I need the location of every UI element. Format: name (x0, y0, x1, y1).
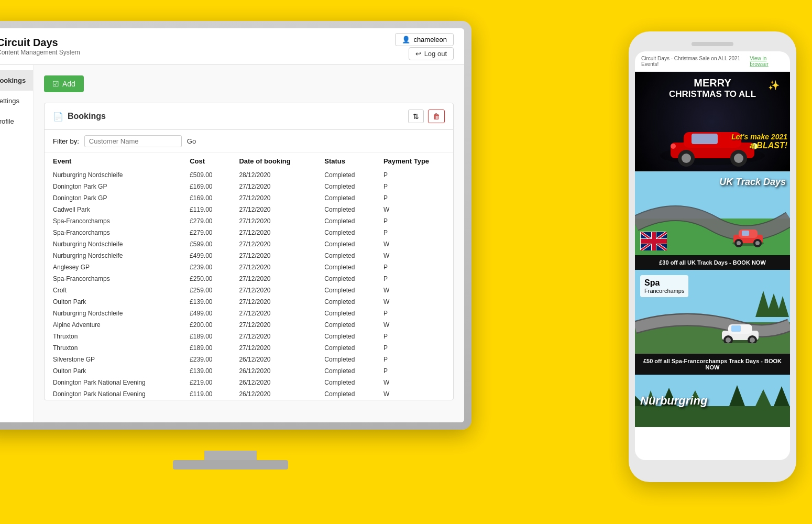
cell-status: Completed (316, 250, 375, 261)
table-row[interactable]: Spa-Francorchamps £250.00 27/12/2020 Com… (45, 273, 453, 285)
table-row[interactable]: Thruxton £189.00 27/12/2020 Completed P (45, 342, 453, 354)
monitor-base (173, 460, 288, 470)
cell-date: 27/12/2020 (231, 227, 316, 238)
cell-payment: W (375, 377, 453, 388)
email-subject: Circuit Days - Christmas Sale on ALL 202… (641, 56, 750, 67)
cell-status: Completed (316, 342, 375, 354)
table-row[interactable]: Spa-Francorchamps £279.00 27/12/2020 Com… (45, 215, 453, 227)
add-button[interactable]: ☑ Add (44, 75, 84, 92)
logout-button[interactable]: ↩ Log out (409, 47, 454, 60)
nurburgring-banner: Nürburgring (635, 375, 790, 427)
filter-go-button[interactable]: Go (187, 137, 196, 145)
svg-point-7 (734, 154, 743, 163)
christmas-text: MERRY CHRISTMAS TO ALL (655, 77, 770, 100)
cell-status: Completed (316, 192, 375, 204)
svg-rect-3 (692, 134, 718, 144)
table-row[interactable]: Donington Park National Evening £119.00 … (45, 388, 453, 400)
cell-payment: W (375, 319, 453, 331)
table-row[interactable]: Oulton Park £139.00 27/12/2020 Completed… (45, 296, 453, 308)
col-payment: Payment Type (375, 153, 453, 169)
user-badge: 👤 chameleon (395, 33, 454, 46)
cell-payment: W (375, 296, 453, 308)
sort-button[interactable]: ⇅ (408, 110, 424, 123)
bookings-table: Event Cost Date of booking Status Paymen… (45, 153, 453, 400)
cell-event: Donington Park National Evening (45, 377, 181, 388)
svg-point-42 (750, 337, 755, 343)
table-row[interactable]: Oulton Park £139.00 26/12/2020 Completed… (45, 365, 453, 377)
cell-payment: W (375, 238, 453, 250)
table-row[interactable]: Anglesey GP £239.00 27/12/2020 Completed… (45, 261, 453, 273)
sidebar-item-settings[interactable]: Settings (0, 91, 33, 111)
cell-status: Completed (316, 377, 375, 388)
cell-status: Completed (316, 181, 375, 192)
cell-event: Alpine Adventure (45, 319, 181, 331)
cell-date: 27/12/2020 (231, 273, 316, 285)
cell-cost: £139.00 (181, 365, 231, 377)
cell-date: 26/12/2020 (231, 377, 316, 388)
username: chameleon (413, 36, 447, 43)
cell-status: Completed (316, 308, 375, 319)
cell-event: Donington Park GP (45, 192, 181, 204)
cell-event: Nurburgring Nordschleife (45, 250, 181, 261)
table-row[interactable]: Donington Park GP £169.00 27/12/2020 Com… (45, 181, 453, 192)
table-row[interactable]: Donington Park GP £169.00 27/12/2020 Com… (45, 192, 453, 204)
table-header: 📄 Bookings ⇅ 🗑 (45, 103, 453, 130)
cell-cost: £279.00 (181, 215, 231, 227)
cell-payment: P (375, 354, 453, 365)
table-row[interactable]: Nurburgring Nordschleife £509.00 28/12/2… (45, 169, 453, 181)
table-row[interactable]: Silverstone GP £239.00 26/12/2020 Comple… (45, 354, 453, 365)
cell-payment: P (375, 365, 453, 377)
svg-point-5 (682, 154, 691, 163)
phone-bezel: Circuit Days - Christmas Sale on ALL 202… (629, 31, 796, 482)
cell-date: 27/12/2020 (231, 238, 316, 250)
phone-screen[interactable]: Circuit Days - Christmas Sale on ALL 202… (635, 51, 790, 460)
table-row[interactable]: Nurburgring Nordschleife £599.00 27/12/2… (45, 238, 453, 250)
user-icon: 👤 (402, 36, 410, 43)
cell-payment: P (375, 227, 453, 238)
sidebar-item-profile[interactable]: Profile (0, 111, 33, 132)
cms-main: ☑ Add 📄 Bookings ⇅ 🗑 (34, 65, 464, 422)
col-status: Status (316, 153, 375, 169)
porsche-svg (717, 317, 764, 343)
table-row[interactable]: Thruxton £189.00 27/12/2020 Completed P (45, 331, 453, 342)
cell-event: Nurburgring Nordschleife (45, 308, 181, 319)
cell-status: Completed (316, 296, 375, 308)
table-row[interactable]: Cadwell Park £119.00 27/12/2020 Complete… (45, 204, 453, 215)
cell-date: 27/12/2020 (231, 319, 316, 331)
filter-input[interactable] (84, 135, 182, 147)
cell-cost: £119.00 (181, 388, 231, 400)
cell-event: Thruxton (45, 342, 181, 354)
monitor-screen: Circuit Days Content Management System 👤… (0, 28, 464, 422)
col-cost: Cost (181, 153, 231, 169)
cell-cost: £219.00 (181, 377, 231, 388)
cms-header: Circuit Days Content Management System 👤… (0, 28, 464, 65)
cell-payment: P (375, 331, 453, 342)
bookings-table-card: 📄 Bookings ⇅ 🗑 Filter by: Go (44, 103, 454, 400)
blast-text: Let's make 2021 a BLAST! (731, 133, 787, 150)
table-row[interactable]: Alpine Adventure £200.00 27/12/2020 Comp… (45, 319, 453, 331)
table-row[interactable]: Nurburgring Nordschleife £499.00 27/12/2… (45, 308, 453, 319)
cell-date: 27/12/2020 (231, 261, 316, 273)
view-in-browser-link[interactable]: View in browser (750, 56, 784, 67)
filter-row: Filter by: Go (45, 130, 453, 153)
cell-status: Completed (316, 238, 375, 250)
table-row[interactable]: Nurburgring Nordschleife £499.00 27/12/2… (45, 250, 453, 261)
sidebar-item-bookings[interactable]: Bookings (0, 70, 33, 91)
user-info: 👤 chameleon ↩ Log out (395, 33, 454, 60)
cell-payment: P (375, 169, 453, 181)
cell-date: 27/12/2020 (231, 215, 316, 227)
spa-banner: Spa Francorchamps (635, 270, 790, 354)
cell-cost: £239.00 (181, 354, 231, 365)
cell-cost: £189.00 (181, 342, 231, 354)
cell-cost: £499.00 (181, 308, 231, 319)
delete-button[interactable]: 🗑 (428, 110, 445, 123)
cell-cost: £250.00 (181, 273, 231, 285)
cell-event: Thruxton (45, 331, 181, 342)
table-row[interactable]: Croft £259.00 27/12/2020 Completed W (45, 285, 453, 296)
logout-icon: ↩ (415, 50, 421, 58)
table-row[interactable]: Spa-Francorchamps £279.00 27/12/2020 Com… (45, 227, 453, 238)
uk-promo-bar: £30 off all UK Track Days - BOOK NOW (635, 255, 790, 270)
cell-cost: £499.00 (181, 250, 231, 261)
cell-payment: W (375, 204, 453, 215)
table-row[interactable]: Donington Park National Evening £219.00 … (45, 377, 453, 388)
